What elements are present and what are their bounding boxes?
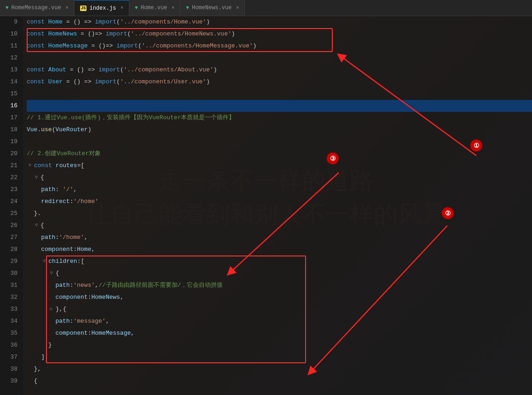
code-line-27: path:'/home',	[27, 232, 532, 244]
line-numbers: 9 10 11 12 13 14 15 16 17 18 19 20 21 22…	[0, 16, 23, 395]
code-line-33: ▷},{	[27, 303, 532, 315]
tab-label-home-message: HomeMessage.vue	[12, 5, 61, 11]
tab-bar: ▼ HomeMessage.vue × JS index.js × ▼ Home…	[0, 0, 532, 16]
code-line-21: ▽const routes=[	[27, 160, 532, 172]
code-line-28: component:Home,	[27, 244, 532, 256]
tab-close-index-js[interactable]: ×	[121, 6, 123, 11]
code-line-32: component:HomeNews,	[27, 291, 532, 303]
code-line-38: },	[27, 363, 532, 375]
js-icon: JS	[80, 6, 87, 11]
code-line-39: {	[27, 375, 532, 387]
code-content: const Home = () => import('../components…	[23, 16, 532, 395]
code-line-12	[27, 52, 532, 64]
annotation-circle-2: ②	[442, 207, 454, 219]
code-line-14: const User = () => import('../components…	[27, 76, 532, 88]
code-line-34: path:'message',	[27, 315, 532, 327]
annotation-circle-1: ①	[470, 139, 482, 151]
tab-home-message[interactable]: ▼ HomeMessage.vue ×	[0, 0, 75, 16]
vue-icon: ▼	[6, 5, 9, 11]
vue-icon-3: ▼	[186, 5, 189, 11]
code-line-13: const About = () => import('../component…	[27, 64, 532, 76]
code-line-19	[27, 136, 532, 148]
code-line-35: component:HomeMessage,	[27, 327, 532, 339]
tab-close-home-vue[interactable]: ×	[172, 6, 174, 11]
code-line-16	[27, 100, 532, 112]
annotation-circle-3: ③	[327, 152, 339, 164]
code-line-36: }	[27, 339, 532, 351]
tab-home-vue[interactable]: ▼ Home.vue ×	[129, 0, 180, 16]
tab-close-home-message[interactable]: ×	[66, 6, 69, 11]
code-line-31: path:'news',//子路由由路径前面不需要加/，它会自动拼接	[27, 279, 532, 291]
code-line-20: // 2.创建VueRouter对象	[27, 148, 532, 160]
code-line-24: redirect:'/home'	[27, 196, 532, 208]
tab-label-index-js: index.js	[89, 5, 116, 12]
code-line-18: Vue.use(VueRouter)	[27, 124, 532, 136]
code-line-9: const Home = () => import('../components…	[27, 16, 532, 28]
code-line-26: ▽{	[27, 220, 532, 232]
code-line-23: path: '/',	[27, 184, 532, 196]
code-line-25: }.	[27, 208, 532, 220]
code-line-11: const HomeMessage = ()=> import('../comp…	[27, 40, 532, 52]
vue-icon-2: ▼	[135, 5, 138, 11]
code-line-15	[27, 88, 532, 100]
code-line-37: ]	[27, 351, 532, 363]
code-line-22: ▽{	[27, 172, 532, 184]
tab-home-news[interactable]: ▼ HomeNews.vue ×	[180, 0, 245, 16]
tab-index-js[interactable]: JS index.js ×	[75, 0, 129, 16]
tab-label-home-news: HomeNews.vue	[192, 5, 231, 11]
tab-close-home-news[interactable]: ×	[236, 6, 239, 11]
tab-label-home-vue: Home.vue	[141, 5, 168, 11]
code-editor: 9 10 11 12 13 14 15 16 17 18 19 20 21 22…	[0, 16, 532, 395]
code-line-17: // 1.通过Vue.use(插件)，安装插件【因为VueRouter本质就是一…	[27, 112, 532, 124]
code-line-10: const HomeNews = ()=> import('../compone…	[27, 28, 532, 40]
code-line-29: ▽children:[	[27, 256, 532, 267]
code-line-30: ▽{	[27, 267, 532, 279]
